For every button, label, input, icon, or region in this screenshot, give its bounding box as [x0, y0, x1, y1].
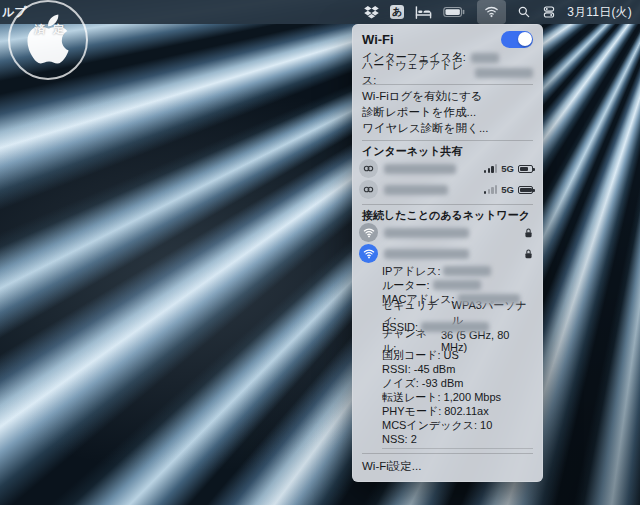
separator: [362, 204, 533, 205]
menu-bar: ルプ あ: [0, 0, 640, 24]
detail-label: IPアドレス:: [382, 264, 440, 279]
detail-value: 1,200 Mbps: [444, 391, 501, 403]
redacted-network-name: [384, 249, 469, 259]
internet-sharing-header: インターネット共有: [352, 144, 543, 158]
detail-value: US: [444, 349, 459, 361]
separator: [362, 453, 533, 454]
known-network-row[interactable]: [352, 222, 543, 243]
detail-row: PHYモード: 802.11ax: [352, 404, 543, 418]
hardware-address-label: ハードウェアアドレス:: [362, 58, 470, 88]
wifi-menu-panel: Wi-Fi インターフェイス名: ハードウェアアドレス: Wi-Fiログを有効に…: [352, 24, 543, 482]
redacted-value: [475, 68, 533, 78]
input-source-icon[interactable]: あ: [390, 5, 404, 19]
detail-label: ルーター:: [382, 278, 430, 293]
detail-row: MCSインデックス: 10: [352, 418, 543, 432]
redacted-value: [458, 294, 520, 304]
menu-bar-clock[interactable]: 3月11日(火): [567, 4, 632, 21]
redacted-value: [421, 322, 489, 332]
detail-label: NSS:: [382, 433, 408, 445]
detail-row: セキュリティ: WPA3パーソナル: [352, 306, 543, 320]
hotspot-row[interactable]: 5G: [352, 158, 543, 179]
redacted-value: [443, 266, 491, 276]
cell-signal-icon: [484, 185, 497, 194]
lock-icon: [524, 227, 533, 239]
detail-value: 10: [480, 419, 492, 431]
detail-row: ノイズ: -93 dBm: [352, 376, 543, 390]
detail-label: RSSI:: [382, 363, 411, 375]
menu-item-enable-wifi-log[interactable]: Wi-Fiログを有効にする: [352, 88, 543, 104]
network-type-badge: 5G: [501, 163, 514, 174]
redacted-device-name: [384, 185, 448, 195]
wifi-title-row: Wi-Fi: [352, 28, 543, 50]
detail-row: IPアドレス:: [352, 264, 543, 278]
connected-network-row[interactable]: [352, 243, 543, 264]
hardware-address-row: ハードウェアアドレス:: [352, 65, 543, 80]
known-networks-header: 接続したことのあるネットワーク: [352, 208, 543, 222]
detail-value: 2: [411, 433, 417, 445]
detail-label: ノイズ:: [382, 376, 419, 391]
detail-value: 802.11ax: [444, 405, 488, 417]
detail-label: MCSインデックス:: [382, 418, 477, 433]
detail-row: RSSI: -45 dBm: [352, 362, 543, 376]
detail-label: PHYモード:: [382, 404, 441, 419]
detail-row: ルーター:: [352, 278, 543, 292]
detail-label: 転送レート:: [382, 390, 441, 405]
menu-item-open-wireless-diagnostics[interactable]: ワイヤレス診断を開く...: [352, 120, 543, 136]
menu-item-create-diagnostic-report[interactable]: 診断レポートを作成...: [352, 104, 543, 120]
app-menu-item-partial[interactable]: ルプ: [2, 4, 27, 21]
dropbox-icon[interactable]: [364, 2, 379, 22]
battery-icon[interactable]: [443, 2, 466, 22]
redacted-value: [433, 280, 481, 290]
cell-signal-icon: [484, 164, 497, 173]
inset-separator: [382, 448, 533, 449]
spotlight-icon[interactable]: [517, 2, 531, 22]
hotspot-row[interactable]: 5G: [352, 179, 543, 200]
device-battery-icon: [518, 165, 533, 173]
redacted-network-name: [384, 228, 469, 238]
wifi-menu-icon[interactable]: [477, 0, 506, 24]
wifi-network-icon: [359, 223, 378, 242]
detail-row: チャンネル: 36 (5 GHz, 80 MHz): [352, 334, 543, 348]
stacked-toggles-icon[interactable]: [542, 2, 556, 22]
bed-icon[interactable]: [415, 2, 432, 22]
wifi-settings-menu-item[interactable]: Wi-Fi設定...: [352, 457, 543, 475]
detail-label: 国別コード:: [382, 348, 441, 363]
wifi-toggle[interactable]: [501, 31, 533, 48]
personal-hotspot-icon: [359, 159, 378, 178]
detail-row: NSS: 2: [352, 432, 543, 446]
redacted-value: [471, 53, 499, 63]
device-battery-icon: [518, 186, 533, 194]
wifi-title: Wi-Fi: [362, 32, 394, 47]
network-type-badge: 5G: [501, 184, 514, 195]
detail-value: -93 dBm: [422, 377, 464, 389]
lock-icon: [524, 248, 533, 260]
redacted-device-name: [384, 164, 456, 174]
detail-row: 転送レート: 1,200 Mbps: [352, 390, 543, 404]
detail-value: -45 dBm: [414, 363, 456, 375]
separator: [362, 140, 533, 141]
wifi-connected-icon: [359, 244, 378, 263]
toggle-knob: [518, 32, 532, 46]
desktop-wallpaper: [0, 0, 640, 505]
personal-hotspot-icon: [359, 180, 378, 199]
